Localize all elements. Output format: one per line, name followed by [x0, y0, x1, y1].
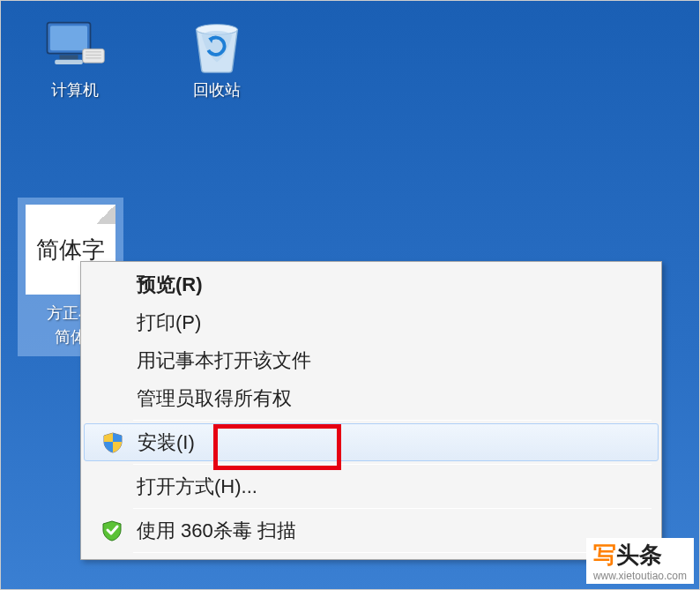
desktop-icon-label: 回收站: [193, 79, 241, 101]
watermark-brand: 写头条: [593, 541, 687, 569]
menu-item-label: 用记事本打开该文件: [133, 347, 652, 374]
watermark-brand-char2: 头条: [616, 541, 662, 568]
uac-shield-icon: [92, 431, 134, 454]
svg-rect-4: [83, 49, 105, 63]
svg-rect-1: [50, 26, 87, 50]
context-menu[interactable]: 预览(R) 打印(P) 用记事本打开该文件 管理员取得所有权 安装(I) 打开方…: [80, 261, 662, 560]
menu-item-take-ownership[interactable]: 管理员取得所有权: [84, 379, 659, 417]
menu-item-label: 预览(R): [133, 272, 652, 298]
desktop-icon-label: 计算机: [51, 79, 99, 101]
recycle-bin-icon: [186, 14, 248, 76]
computer-icon: [44, 14, 106, 76]
menu-item-print[interactable]: 打印(P): [84, 303, 659, 341]
menu-item-label: 安装(I): [134, 429, 651, 456]
menu-item-open-with[interactable]: 打开方式(H)...: [84, 467, 659, 505]
menu-item-label: 打印(P): [133, 310, 652, 336]
menu-item-label: 打开方式(H)...: [133, 474, 652, 500]
watermark-brand-char1: 写: [593, 541, 616, 568]
menu-item-360-scan[interactable]: 使用 360杀毒 扫描: [84, 512, 659, 549]
menu-item-preview[interactable]: 预览(R): [84, 265, 659, 303]
menu-separator: [133, 552, 652, 553]
watermark: 写头条 www.xietoutiao.com: [586, 538, 694, 584]
menu-item-label: 管理员取得所有权: [133, 385, 652, 412]
menu-separator: [133, 464, 652, 465]
av-shield-icon: [91, 519, 133, 542]
menu-item-install[interactable]: 安装(I): [84, 423, 659, 461]
desktop-icon-recycle-bin[interactable]: 回收站: [168, 14, 265, 101]
menu-separator: [133, 508, 652, 509]
svg-rect-3: [55, 60, 83, 64]
menu-item-label: 使用 360杀毒 扫描: [133, 518, 652, 544]
svg-rect-2: [60, 55, 78, 59]
watermark-url: www.xietoutiao.com: [593, 570, 687, 582]
menu-separator: [133, 420, 652, 421]
menu-item-open-with-notepad[interactable]: 用记事本打开该文件: [84, 341, 659, 379]
desktop-icon-computer[interactable]: 计算机: [26, 14, 123, 101]
